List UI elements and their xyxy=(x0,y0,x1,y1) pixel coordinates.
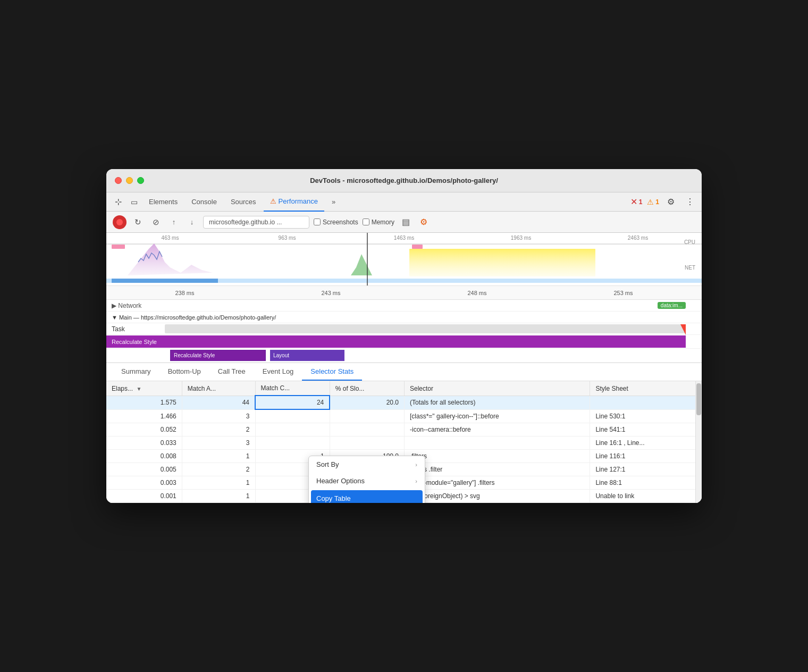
cell-selector-7: :not(foreignObject) > svg xyxy=(405,489,590,502)
traffic-lights xyxy=(115,177,144,184)
cell-match-attempts-4: 1 xyxy=(182,449,255,463)
flame-chart: ▶ Network data:im... ▼ Main — https://mi… xyxy=(106,300,702,363)
screenshots-toggle[interactable]: Screenshots xyxy=(314,219,358,226)
ctx-copy-table[interactable]: Copy Table xyxy=(311,490,423,503)
cell-stylesheet-1[interactable]: Line 530:1 xyxy=(590,409,702,423)
cell-stylesheet-7: Unable to link xyxy=(590,489,702,502)
svg-rect-3 xyxy=(412,245,423,249)
tab-elements[interactable]: Elements xyxy=(142,192,184,212)
error-count: 1 xyxy=(639,198,643,206)
ctx-sort-by-arrow: › xyxy=(415,461,417,468)
device-toggle-icon[interactable]: ▭ xyxy=(127,195,141,209)
reload-icon[interactable]: ↻ xyxy=(131,215,145,229)
cell-stylesheet-0 xyxy=(590,396,702,409)
task-overrun xyxy=(680,324,686,335)
ctx-header-options[interactable]: Header Options › xyxy=(309,473,425,489)
tab-sources[interactable]: Sources xyxy=(224,192,263,212)
tab-summary[interactable]: Summary xyxy=(113,363,159,381)
table-row[interactable]: 1.575 44 24 20.0 (Totals for all selecto… xyxy=(106,396,702,409)
ctx-sort-by[interactable]: Sort By › xyxy=(309,456,425,473)
upload-icon[interactable]: ↑ xyxy=(167,215,181,229)
tab-performance[interactable]: ⚠ Performance xyxy=(264,192,324,212)
network-track-row: ▶ Network data:im... xyxy=(106,300,702,312)
main-label: ▼ Main — https://microsoftedge.github.io… xyxy=(112,314,276,321)
cell-stylesheet-5[interactable]: Line 127:1 xyxy=(590,463,702,476)
cell-selector-4: .filters xyxy=(405,449,590,463)
sublevel-row: Recalculate Style Layout xyxy=(106,349,702,363)
tab-selector-stats[interactable]: Selector Stats xyxy=(302,363,362,381)
recalc-sub-label: Recalculate Style xyxy=(174,352,215,358)
tab-more[interactable]: » xyxy=(325,192,342,212)
ts-463: 463 ms xyxy=(112,235,229,241)
window-title: DevTools - microsoftedge.github.io/Demos… xyxy=(310,177,498,184)
th-selector[interactable]: Selector xyxy=(405,381,590,396)
th-elapsed[interactable]: Elaps... ▼ xyxy=(106,381,182,396)
close-button[interactable] xyxy=(115,177,122,184)
ts-mark-243: 243 ms xyxy=(258,290,404,296)
cell-match-attempts-7: 1 xyxy=(182,489,255,502)
scroll-thumb[interactable] xyxy=(696,383,701,415)
more-options-icon[interactable]: ⋮ xyxy=(683,195,697,209)
ts-mark-238: 238 ms xyxy=(112,290,258,296)
main-track-row: ▼ Main — https://microsoftedge.github.io… xyxy=(106,312,702,323)
memory-details-icon[interactable]: ▤ xyxy=(399,215,413,229)
minimize-button[interactable] xyxy=(126,177,133,184)
screenshots-checkbox[interactable] xyxy=(314,219,321,225)
cell-elapsed-2: 0.052 xyxy=(106,423,182,436)
svg-rect-5 xyxy=(112,279,218,283)
sort-arrow: ▼ xyxy=(136,386,141,392)
inspect-icon[interactable]: ⊹ xyxy=(111,195,125,209)
selection-line xyxy=(367,233,368,285)
tab-performance-label: Performance xyxy=(279,197,318,205)
network-label: ▶ Network xyxy=(112,302,175,309)
bottom-tabs: Summary Bottom-Up Call Tree Event Log Se… xyxy=(106,363,702,381)
cell-stylesheet-2[interactable]: Line 541:1 xyxy=(590,423,702,436)
table-scrollbar[interactable] xyxy=(695,381,702,503)
settings-icon[interactable]: ⚙ xyxy=(663,195,678,209)
th-match-count[interactable]: Match C... xyxy=(255,381,330,396)
tab-call-tree[interactable]: Call Tree xyxy=(209,363,254,381)
timeline-area: 463 ms 963 ms 1463 ms 1963 ms 2463 ms CP… xyxy=(106,233,702,286)
cell-match-count-0: 24 xyxy=(255,396,330,409)
cell-elapsed-6: 0.003 xyxy=(106,476,182,489)
memory-toggle[interactable]: Memory xyxy=(363,219,394,226)
cell-pct-slow-0: 20.0 xyxy=(330,396,404,409)
record-indicator xyxy=(116,219,123,225)
cell-match-attempts-6: 1 xyxy=(182,476,255,489)
recalc-sub-bar: Recalculate Style xyxy=(170,350,266,361)
tab-bar: ⊹ ▭ Elements Console Sources ⚠ Performan… xyxy=(106,192,702,212)
ts-mark-253: 253 ms xyxy=(550,290,696,296)
cell-match-count-1 xyxy=(255,409,330,423)
table-row[interactable]: 1.466 3 [class*=" gallery-icon--"]::befo… xyxy=(106,409,702,423)
th-stylesheet[interactable]: Style Sheet xyxy=(590,381,702,396)
table-row[interactable]: 0.052 2 -icon--camera::before Line 541:1 xyxy=(106,423,702,436)
ctx-copy-table-label: Copy Table xyxy=(316,494,351,502)
maximize-button[interactable] xyxy=(137,177,144,184)
download-icon[interactable]: ↓ xyxy=(185,215,199,229)
cell-pct-slow-2 xyxy=(330,423,404,436)
cell-selector-2: -icon--camera::before xyxy=(405,423,590,436)
warning-count: 1 xyxy=(655,198,659,206)
cell-match-attempts-1: 3 xyxy=(182,409,255,423)
settings-perf-icon[interactable]: ⚙ xyxy=(417,215,431,229)
ts-963: 963 ms xyxy=(229,235,346,241)
th-elapsed-label: Elaps... xyxy=(112,385,133,392)
cell-stylesheet-6[interactable]: Line 88:1 xyxy=(590,476,702,489)
clear-icon[interactable]: ⊘ xyxy=(149,215,163,229)
cell-stylesheet-4[interactable]: Line 116:1 xyxy=(590,449,702,463)
record-button[interactable] xyxy=(113,215,127,229)
memory-checkbox[interactable] xyxy=(363,219,369,225)
cell-elapsed-4: 0.008 xyxy=(106,449,182,463)
tab-bottom-up[interactable]: Bottom-Up xyxy=(159,363,209,381)
cell-selector-3 xyxy=(405,436,590,449)
cell-stylesheet-3[interactable]: Line 16:1 , Line... xyxy=(590,436,702,449)
tab-console[interactable]: Console xyxy=(185,192,223,212)
ctx-sort-by-label: Sort By xyxy=(316,460,339,468)
ts-mark-248: 248 ms xyxy=(404,290,550,296)
tab-event-log[interactable]: Event Log xyxy=(254,363,302,381)
cell-match-count-3 xyxy=(255,436,330,449)
toolbar-right: ✕ 1 ⚠ 1 ⚙ ⋮ xyxy=(630,195,697,209)
table-row[interactable]: 0.033 3 Line 16:1 , Line... xyxy=(106,436,702,449)
th-match-attempts[interactable]: Match A... xyxy=(182,381,255,396)
th-pct-slow[interactable]: % of Slo... xyxy=(330,381,404,396)
